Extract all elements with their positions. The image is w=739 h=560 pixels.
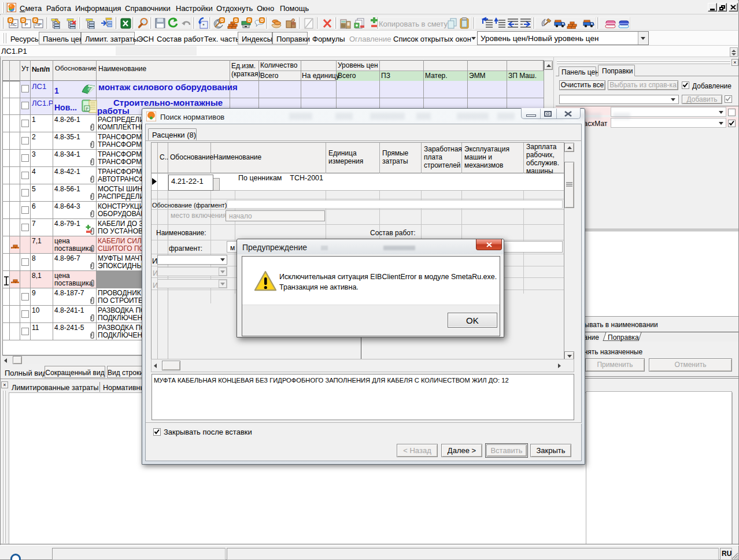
svg-text:*: *: [202, 23, 205, 28]
svg-text:P: P: [86, 107, 88, 111]
